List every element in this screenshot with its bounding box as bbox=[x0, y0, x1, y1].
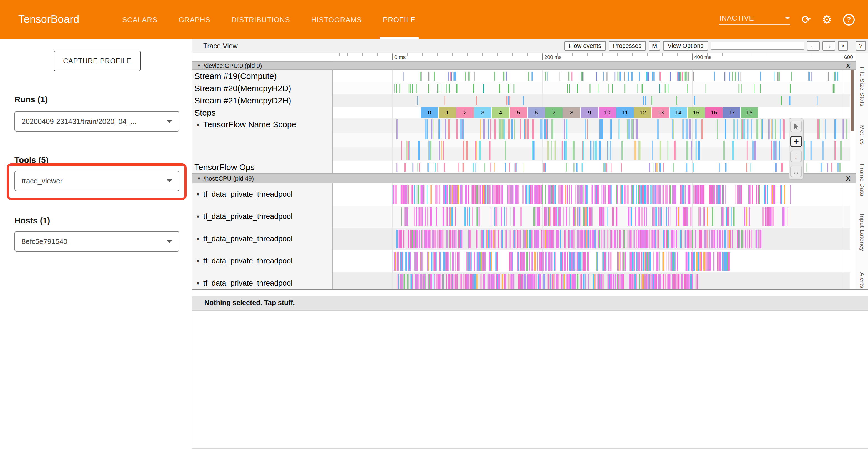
tab-graphs[interactable]: GRAPHS bbox=[175, 0, 214, 39]
tab-frame-data[interactable]: Frame Data bbox=[859, 164, 866, 197]
step-block[interactable]: 1 bbox=[439, 107, 456, 118]
step-block[interactable]: 15 bbox=[687, 107, 705, 118]
ruler-label: 0 ms bbox=[392, 54, 406, 60]
more-button[interactable]: » bbox=[838, 41, 848, 51]
step-block[interactable]: 17 bbox=[723, 107, 740, 118]
runs-select-value: 20200409-231431/train/2020_04_... bbox=[22, 117, 136, 126]
tools-select[interactable]: trace_viewer bbox=[14, 171, 179, 191]
step-block[interactable]: 18 bbox=[741, 107, 758, 118]
trace-toolbar: Flow events Processes M View Options ← →… bbox=[564, 41, 868, 51]
track-label-threadpool-5[interactable]: ▾tf_data_private_threadpool bbox=[194, 272, 292, 289]
processes-button[interactable]: Processes bbox=[609, 41, 646, 51]
chevron-down-icon: ▾ bbox=[196, 250, 199, 273]
timing-tool-button[interactable]: ↔ bbox=[790, 166, 802, 177]
sidebar: CAPTURE PROFILE Runs (1) 20200409-231431… bbox=[0, 39, 192, 449]
gpu-section-label: /device:GPU:0 (pid 0) bbox=[204, 62, 262, 69]
chevron-down-icon bbox=[785, 17, 790, 20]
step-block[interactable]: 12 bbox=[634, 107, 651, 118]
track-label-stream21[interactable]: Stream #21(MemcpyD2H) bbox=[194, 94, 291, 107]
track-label-threadpool-4[interactable]: ▾tf_data_private_threadpool bbox=[194, 250, 292, 272]
track-label-threadpool-2[interactable]: ▾tf_data_private_threadpool bbox=[194, 206, 292, 228]
selection-status-bar: Nothing selected. Tap stuff. bbox=[192, 296, 868, 311]
trace-view-title: Trace View bbox=[192, 42, 238, 50]
step-block[interactable]: 3 bbox=[474, 107, 492, 118]
tab-profile[interactable]: PROFILE bbox=[379, 0, 419, 39]
step-block[interactable]: 2 bbox=[457, 107, 474, 118]
chevron-down-icon: ▾ bbox=[198, 176, 200, 181]
tab-distributions[interactable]: DISTRIBUTIONS bbox=[228, 0, 293, 39]
right-tab-strip: File Size Stats Metrics Frame Data Input… bbox=[856, 53, 868, 289]
vertical-scrollbar-thumb[interactable] bbox=[851, 70, 854, 131]
runs-heading: Runs (1) bbox=[14, 94, 48, 104]
chevron-down-icon: ▾ bbox=[196, 273, 199, 289]
tab-alerts[interactable]: Alerts bbox=[859, 272, 866, 288]
gear-icon[interactable]: ⚙ bbox=[822, 14, 832, 25]
step-block[interactable]: 7 bbox=[545, 107, 563, 118]
trace-view-header: Trace View Flow events Processes M View … bbox=[192, 39, 868, 53]
zoom-tool-button[interactable]: + bbox=[790, 136, 802, 147]
track-label-threadpool-3[interactable]: ▾tf_data_private_threadpool bbox=[194, 228, 292, 250]
track-label-stream20[interactable]: Stream #20(MemcpyH2D) bbox=[194, 82, 291, 94]
tab-input-latency[interactable]: Input Latency bbox=[859, 214, 866, 251]
tools-heading: Tools (5) bbox=[14, 155, 49, 164]
tab-metrics[interactable]: Metrics bbox=[859, 125, 866, 145]
trace-view: Trace View Flow events Processes M View … bbox=[192, 39, 868, 289]
trace-help-button[interactable]: ? bbox=[856, 41, 866, 51]
back-button[interactable]: ← bbox=[807, 41, 820, 51]
close-icon[interactable]: X bbox=[846, 175, 850, 182]
ruler-label: 200 ms bbox=[542, 54, 561, 60]
chevron-down-icon: ▾ bbox=[198, 63, 200, 68]
ruler-ticks bbox=[333, 53, 850, 56]
m-button[interactable]: M bbox=[649, 41, 660, 51]
track-label-text: tf_data_private_threadpool bbox=[203, 257, 292, 265]
runs-select[interactable]: 20200409-231431/train/2020_04_... bbox=[14, 111, 179, 132]
chevron-down-icon: ▾ bbox=[196, 228, 199, 250]
help-icon[interactable]: ? bbox=[843, 13, 855, 25]
track-label-text: tf_data_private_threadpool bbox=[203, 279, 292, 287]
pan-tool-button[interactable]: ↓ bbox=[790, 151, 802, 162]
track-label-tf-ops[interactable]: TensorFlow Ops bbox=[194, 161, 255, 173]
track-label-stream19[interactable]: Stream #19(Compute) bbox=[194, 70, 277, 82]
cursor-icon bbox=[792, 122, 800, 130]
step-block[interactable]: 8 bbox=[563, 107, 580, 118]
status-label: INACTIVE bbox=[719, 14, 754, 22]
topbar-controls: INACTIVE ⟳ ⚙ ? bbox=[719, 0, 868, 39]
step-block[interactable]: 11 bbox=[616, 107, 633, 118]
track-label-tf-name-scope[interactable]: ▾TensorFlow Name Scope bbox=[194, 118, 296, 130]
track-label-threadpool-1[interactable]: ▾tf_data_private_threadpool bbox=[194, 183, 292, 206]
status-dropdown[interactable]: INACTIVE bbox=[719, 14, 790, 25]
step-block[interactable]: 5 bbox=[510, 107, 527, 118]
chevron-down-icon bbox=[166, 120, 172, 123]
view-options-button[interactable]: View Options bbox=[663, 41, 708, 51]
hosts-select-value: 8efc5e791540 bbox=[22, 237, 67, 246]
tab-scalars[interactable]: SCALARS bbox=[119, 0, 161, 39]
step-block[interactable]: 14 bbox=[670, 107, 687, 118]
step-block[interactable]: 10 bbox=[599, 107, 616, 118]
close-icon[interactable]: X bbox=[846, 62, 850, 69]
cpu-section-bar[interactable]: ▾ /host:CPU (pid 49) X bbox=[192, 173, 856, 183]
step-block[interactable]: 16 bbox=[705, 107, 722, 118]
detail-panel: Nothing selected. Tap stuff. bbox=[192, 289, 868, 449]
gpu-section-bar[interactable]: ▾ /device:GPU:0 (pid 0) X bbox=[192, 61, 856, 70]
time-ruler: 0 ms 200 ms 400 ms 600 bbox=[333, 53, 850, 61]
selection-tool-button[interactable] bbox=[790, 121, 802, 132]
step-block[interactable]: 13 bbox=[652, 107, 669, 118]
step-block[interactable]: 0 bbox=[421, 107, 438, 118]
refresh-icon[interactable]: ⟳ bbox=[802, 14, 811, 25]
step-block[interactable]: 4 bbox=[492, 107, 509, 118]
app-title: TensorBoard bbox=[0, 0, 80, 39]
flow-events-button[interactable]: Flow events bbox=[564, 41, 606, 51]
forward-button[interactable]: → bbox=[823, 41, 835, 51]
chevron-down-icon: ▾ bbox=[196, 184, 199, 206]
hosts-select[interactable]: 8efc5e791540 bbox=[14, 231, 179, 252]
chevron-down-icon: ▾ bbox=[196, 119, 199, 131]
nav-tabs: SCALARS GRAPHS DISTRIBUTIONS HISTOGRAMS … bbox=[119, 0, 419, 39]
topbar: TensorBoard SCALARS GRAPHS DISTRIBUTIONS… bbox=[0, 0, 868, 39]
trace-search-input[interactable] bbox=[711, 42, 804, 50]
step-block[interactable]: 6 bbox=[528, 107, 545, 118]
capture-profile-button[interactable]: CAPTURE PROFILE bbox=[54, 51, 141, 71]
tab-histograms[interactable]: HISTOGRAMS bbox=[308, 0, 365, 39]
step-block[interactable]: 9 bbox=[581, 107, 598, 118]
track-label-steps[interactable]: Steps bbox=[194, 107, 216, 118]
tab-file-size-stats[interactable]: File Size Stats bbox=[859, 67, 866, 107]
